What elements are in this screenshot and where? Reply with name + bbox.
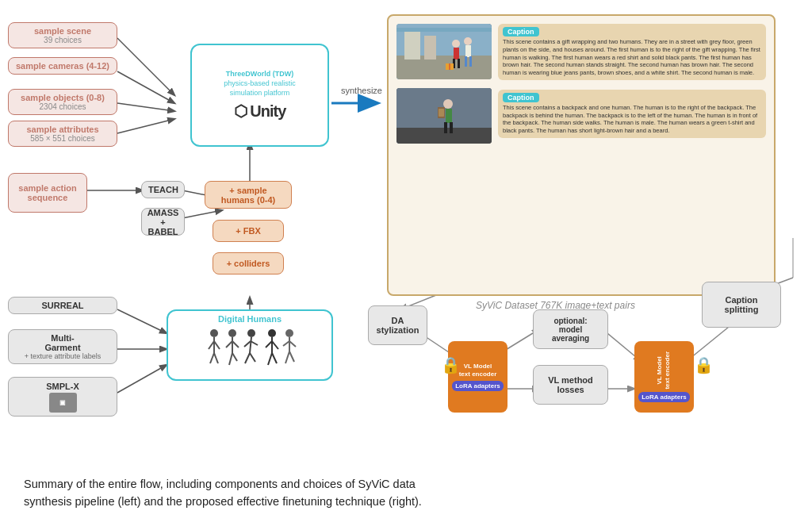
main-container: sample scene 39 choices sample cameras (… xyxy=(0,0,812,526)
synth-panel: Caption This scene contains a gift wrapp… xyxy=(387,14,776,296)
lora-badge-right: LoRA adapters xyxy=(638,392,690,402)
svg-rect-57 xyxy=(404,32,420,60)
svg-rect-74 xyxy=(446,109,452,123)
lora-badge-left: LoRA adapters xyxy=(452,381,504,391)
svg-rect-67 xyxy=(469,56,472,67)
svg-line-30 xyxy=(214,353,218,363)
svg-line-38 xyxy=(250,337,251,353)
digital-humans-box: Digital Humans xyxy=(167,309,333,381)
svg-line-52 xyxy=(289,341,296,347)
amass-babel-box: AMASS +BABEL xyxy=(141,208,185,236)
unity-tdw-box: ThreeDWorld (TDW) physics-based realisti… xyxy=(190,44,329,147)
svg-line-34 xyxy=(232,341,239,347)
caption-boxes: Caption This scene contains a gift wrapp… xyxy=(498,24,766,286)
svg-line-1 xyxy=(117,71,174,103)
svg-line-13 xyxy=(117,365,167,393)
svg-point-49 xyxy=(285,329,293,337)
svg-line-29 xyxy=(210,353,214,363)
optional-averaging-box: optional:modelaveraging xyxy=(533,309,608,349)
svg-point-64 xyxy=(464,37,472,45)
svg-line-27 xyxy=(209,341,214,349)
sample-scene-box: sample scene 39 choices xyxy=(8,22,117,48)
lock-icon-left: 🔒 xyxy=(441,355,461,374)
svg-line-45 xyxy=(266,341,272,347)
multi-garment-box: Multi-Garment + texture attribute labels xyxy=(8,329,117,364)
footer-caption: Summary of the entire flow, including co… xyxy=(0,460,812,526)
sample-cameras-box: sample cameras (4-12) xyxy=(8,57,117,75)
scene-image-1 xyxy=(396,24,492,82)
svg-line-48 xyxy=(272,353,277,363)
svg-rect-58 xyxy=(424,36,436,60)
svg-point-25 xyxy=(210,329,218,337)
svg-line-46 xyxy=(272,341,278,349)
svg-line-41 xyxy=(245,353,250,363)
svg-line-47 xyxy=(268,353,272,365)
da-stylization-box: DAstylization xyxy=(368,305,427,345)
fbx-box: + FBX xyxy=(213,220,284,242)
svg-line-40 xyxy=(251,341,258,345)
scene-image-2 xyxy=(396,88,492,144)
lock-icon-right: 🔒 xyxy=(694,355,714,374)
svg-line-2 xyxy=(117,103,174,111)
caption-box-2: Caption This scene contains a backpack a… xyxy=(498,90,766,138)
surreal-box: SURREAL xyxy=(8,297,117,314)
svg-line-33 xyxy=(226,341,232,347)
diagram-area: sample scene 39 choices sample cameras (… xyxy=(0,0,812,460)
caption-splitting-box: Caption splitting xyxy=(702,282,781,328)
svg-line-3 xyxy=(117,119,174,133)
sample-attributes-box: sample attributes 585 × 551 choices xyxy=(8,121,117,147)
svg-line-39 xyxy=(244,341,251,347)
svg-point-43 xyxy=(268,329,276,337)
svg-line-6 xyxy=(182,210,222,218)
teach-box: TEACH xyxy=(141,181,185,198)
svg-line-28 xyxy=(214,341,220,349)
svg-point-60 xyxy=(452,40,460,48)
svg-line-51 xyxy=(283,341,289,346)
svg-point-31 xyxy=(228,329,236,337)
sample-action-box: sample actionsequence xyxy=(8,173,87,213)
svg-line-54 xyxy=(289,351,294,362)
svg-rect-75 xyxy=(444,122,447,133)
svg-rect-61 xyxy=(454,48,459,60)
svg-line-35 xyxy=(229,353,232,365)
caption-box-1: Caption This scene contains a gift wrapp… xyxy=(498,24,766,80)
svg-line-42 xyxy=(250,353,255,362)
colliders-box: + colliders xyxy=(213,252,284,275)
svg-line-53 xyxy=(285,351,289,363)
sample-humans-box: + samplehumans (0-4) xyxy=(205,181,292,209)
synthesize-label: synthesize xyxy=(341,86,382,95)
svg-point-37 xyxy=(247,329,255,337)
svg-rect-59 xyxy=(396,28,492,32)
sample-objects-box: sample objects (0-8) 2304 choices xyxy=(8,89,117,115)
scene-images xyxy=(396,24,492,286)
svg-line-36 xyxy=(232,353,237,361)
vl-model-right-box: VL Modeltext encoder LoRA adapters xyxy=(634,341,694,413)
svg-line-11 xyxy=(117,309,167,333)
svg-rect-63 xyxy=(458,59,460,68)
svg-line-0 xyxy=(117,38,174,95)
vl-method-losses-box: VL method losses xyxy=(533,365,608,405)
vl-model-left-box: VL Modeltext encoder LoRA adapters xyxy=(448,341,508,413)
svg-rect-65 xyxy=(465,45,471,57)
svg-rect-78 xyxy=(439,109,444,117)
svg-rect-76 xyxy=(450,122,453,133)
smpl-x-box: SMPL-X ▣ xyxy=(8,377,117,417)
svg-rect-66 xyxy=(465,56,467,67)
